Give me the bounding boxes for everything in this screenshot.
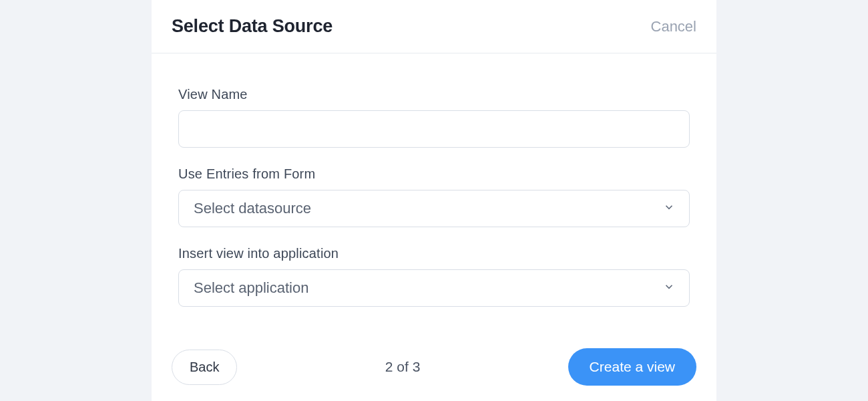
modal-body: View Name Use Entries from Form Select d… (152, 53, 716, 307)
modal-footer: Back 2 of 3 Create a view (152, 325, 716, 386)
application-select[interactable]: Select application (178, 269, 690, 307)
step-indicator: 2 of 3 (385, 359, 421, 375)
form-group-datasource: Use Entries from Form Select datasource (178, 166, 690, 227)
view-name-input[interactable] (178, 110, 690, 148)
back-button[interactable]: Back (172, 350, 237, 385)
modal-header: Select Data Source Cancel (152, 0, 716, 53)
modal-title: Select Data Source (172, 16, 333, 37)
datasource-label: Use Entries from Form (178, 166, 690, 182)
view-name-label: View Name (178, 87, 690, 102)
application-select-value: Select application (178, 269, 690, 307)
form-group-application: Insert view into application Select appl… (178, 246, 690, 307)
create-view-button[interactable]: Create a view (568, 348, 696, 386)
cancel-button[interactable]: Cancel (651, 18, 696, 35)
form-group-view-name: View Name (178, 87, 690, 148)
datasource-select-value: Select datasource (178, 190, 690, 227)
modal-select-data-source: Select Data Source Cancel View Name Use … (152, 0, 716, 401)
application-label: Insert view into application (178, 246, 690, 261)
datasource-select[interactable]: Select datasource (178, 190, 690, 227)
